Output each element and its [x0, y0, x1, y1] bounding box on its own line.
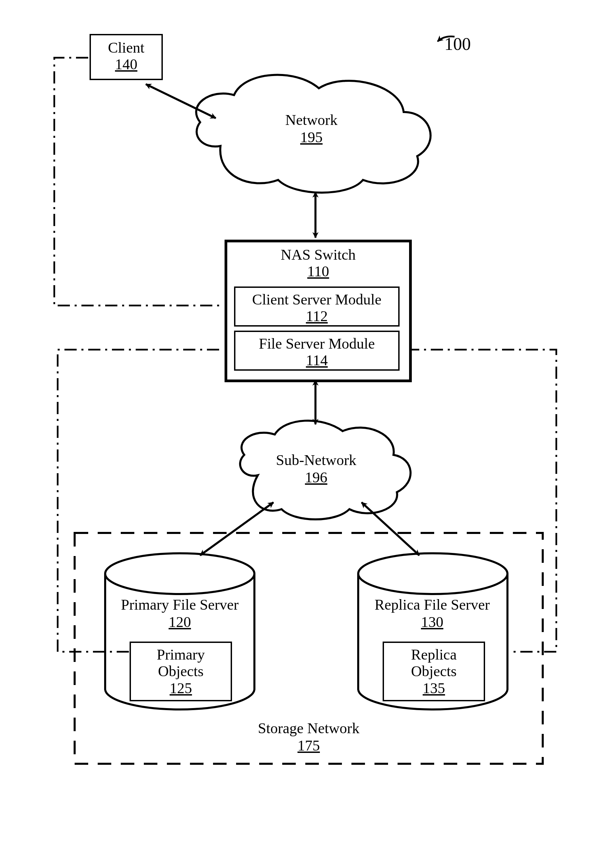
replica-file-server-node: Replica File Server 130 [368, 596, 497, 631]
nas-num: 110 [307, 263, 329, 280]
robj-num: 135 [423, 680, 445, 696]
pobj-label-l2: Objects [158, 663, 204, 680]
storage-label: Storage Network [258, 720, 359, 737]
pfs-label: Primary File Server [121, 596, 238, 613]
subnet-num: 196 [305, 469, 327, 486]
figure-ref-num: 100 [444, 34, 471, 54]
fsm-num: 114 [306, 352, 328, 368]
robj-label-l2: Objects [411, 663, 457, 680]
storage-network-label: Storage Network 175 [244, 720, 373, 754]
primary-file-server-node: Primary File Server 120 [115, 596, 244, 631]
client-num: 140 [115, 56, 137, 73]
pobj-num: 125 [169, 680, 192, 696]
storage-num: 175 [297, 737, 320, 754]
svg-line-6 [200, 502, 273, 555]
rfs-num: 130 [421, 614, 443, 630]
figure-ref: 100 [444, 34, 471, 54]
csm-label: Client Server Module [252, 291, 381, 308]
client-server-module-node: Client Server Module 112 [234, 287, 400, 326]
network-label: Network [285, 112, 337, 128]
subnet-label: Sub-Network [276, 452, 356, 468]
svg-point-0 [105, 553, 255, 594]
svg-point-1 [358, 553, 507, 594]
client-label: Client [108, 39, 144, 56]
fsm-label: File Server Module [259, 335, 375, 352]
svg-line-7 [361, 502, 419, 555]
pfs-num: 120 [169, 614, 191, 630]
file-server-module-node: File Server Module 114 [234, 331, 400, 371]
replica-objects-node: Replica Objects 135 [383, 642, 485, 701]
client-node: Client 140 [90, 34, 163, 80]
rfs-label: Replica File Server [375, 596, 490, 613]
network-node: Network 195 [264, 111, 359, 146]
pobj-label-l1: Primary [157, 646, 205, 663]
network-num: 195 [300, 129, 322, 146]
csm-num: 112 [306, 308, 328, 325]
nas-label: NAS Switch [280, 247, 355, 263]
sub-network-node: Sub-Network 196 [265, 451, 367, 486]
robj-label-l1: Replica [411, 646, 457, 663]
primary-objects-node: Primary Objects 125 [130, 642, 232, 701]
